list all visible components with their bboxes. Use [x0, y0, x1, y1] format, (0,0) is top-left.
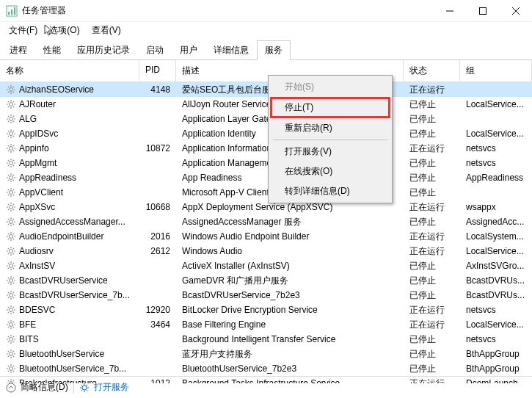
menu-view[interactable]: 查看(V) [87, 23, 125, 38]
services-table: 名称 PID 描述 状态 组 AizhanSEOService4148爱站SEO… [0, 60, 532, 383]
tab-processes[interactable]: 进程 [1, 40, 35, 60]
table-row[interactable]: Audiosrv2612Windows Audio正在运行LocalServic… [0, 244, 532, 258]
svg-line-25 [13, 101, 14, 102]
table-row[interactable]: ALGApplication Layer Gateway Se已停止 [0, 112, 532, 126]
cell-name: AppReadiness [0, 173, 139, 183]
col-pid[interactable]: PID [139, 60, 176, 82]
cell-group: netsvcs [460, 305, 532, 315]
tab-details[interactable]: 详细信息 [205, 40, 257, 60]
svg-point-161 [10, 338, 13, 341]
cell-name: AppXSvc [0, 202, 139, 212]
svg-point-35 [10, 132, 13, 136]
svg-line-133 [13, 278, 14, 278]
tab-services[interactable]: 服务 [257, 40, 291, 60]
cell-name: ALG [0, 114, 139, 124]
svg-line-22 [8, 101, 9, 102]
svg-line-43 [13, 131, 14, 131]
tab-performance[interactable]: 性能 [35, 40, 69, 60]
service-icon [6, 173, 16, 183]
table-row[interactable]: AppIDSvcApplication Identity已停止LocalServ… [0, 126, 532, 141]
cell-status: 已停止 [404, 363, 460, 375]
svg-line-70 [13, 175, 14, 176]
svg-line-94 [8, 219, 9, 220]
minimize-button[interactable] [433, 0, 466, 22]
table-row[interactable]: AxInstSVActiveX Installer (AxInstSV)已停止A… [0, 258, 532, 273]
table-row[interactable]: BluetoothUserService蓝牙用户支持服务已停止BthAppGro… [0, 347, 532, 361]
cell-group: LocalService... [460, 319, 532, 330]
svg-line-177 [8, 356, 9, 357]
cell-desc: BitLocker Drive Encryption Service [176, 305, 404, 315]
service-icon [6, 143, 16, 153]
table-row[interactable]: BFE3464Base Filtering Engine正在运行LocalSer… [0, 317, 532, 332]
maximize-button[interactable] [466, 0, 499, 22]
svg-line-186 [8, 371, 9, 372]
table-row[interactable]: Appinfo10872Application Information正在运行n… [0, 141, 532, 156]
table-row[interactable]: BDESVC12920BitLocker Drive Encryption Se… [0, 303, 532, 317]
svg-point-170 [10, 352, 13, 356]
col-group[interactable]: 组 [460, 60, 532, 82]
column-headers: 名称 PID 描述 状态 组 [0, 60, 532, 82]
col-status[interactable]: 状态 [404, 60, 460, 82]
gear-icon [79, 383, 90, 393]
svg-point-107 [10, 250, 13, 253]
svg-line-121 [8, 263, 9, 264]
ctx-open-services[interactable]: 打开服务(V) [270, 142, 390, 162]
svg-point-216 [82, 386, 87, 390]
svg-line-96 [8, 224, 9, 225]
expand-icon[interactable] [6, 383, 16, 393]
svg-point-89 [10, 220, 13, 224]
svg-line-149 [13, 312, 14, 313]
svg-line-40 [8, 131, 9, 131]
table-row[interactable]: AizhanSEOService4148爱站SEO工具包后台服务正在运行 [0, 82, 532, 97]
table-row[interactable]: AppXSvc10668AppX Deployment Service (App… [0, 200, 532, 214]
cell-desc: Base Filtering Engine [176, 319, 404, 330]
table-row[interactable]: AJRouterAllJoyn Router Service已停止LocalSe… [0, 97, 532, 112]
cell-group: LocalService... [460, 246, 532, 256]
tab-history[interactable]: 应用历史记录 [69, 40, 138, 60]
cell-pid: 3464 [139, 319, 176, 330]
cell-status: 正在运行 [404, 304, 460, 316]
ctx-search-online[interactable]: 在线搜索(O) [270, 162, 390, 181]
svg-point-98 [10, 235, 13, 239]
service-icon [6, 114, 16, 124]
table-row[interactable]: AppReadinessApp Readiness已停止AppReadiness [0, 170, 532, 185]
ctx-goto-details[interactable]: 转到详细信息(D) [270, 181, 390, 201]
cell-status: 已停止 [404, 333, 460, 346]
cell-status: 已停止 [404, 348, 460, 361]
cell-pid: 10668 [139, 202, 176, 212]
table-row[interactable]: BcastDVRUserService_7b...BcastDVRUserSer… [0, 288, 532, 303]
svg-line-139 [8, 292, 9, 293]
tab-startup[interactable]: 启动 [138, 40, 172, 60]
table-row[interactable]: AppMgmtApplication Management已停止netsvcs [0, 156, 532, 170]
svg-line-124 [13, 263, 14, 264]
svg-line-148 [8, 307, 9, 308]
table-row[interactable]: BcastDVRUserServiceGameDVR 和广播用户服务已停止Bca… [0, 273, 532, 288]
ctx-stop[interactable]: 停止(T) [270, 97, 390, 118]
svg-line-168 [8, 341, 9, 342]
table-row[interactable]: BITSBackground Intelligent Transfer Serv… [0, 332, 532, 347]
menu-options[interactable]: 选项(O) [45, 23, 84, 38]
table-row[interactable]: BluetoothUserService_7b...BluetoothUserS… [0, 361, 532, 376]
fewer-details-link[interactable]: 简略信息(D) [21, 381, 68, 394]
svg-line-142 [13, 292, 14, 293]
table-row[interactable]: AudioEndpointBuilder2016Windows Audio En… [0, 229, 532, 244]
cell-desc: 蓝牙用户支持服务 [176, 348, 404, 361]
svg-line-115 [13, 248, 14, 249]
table-row[interactable]: AssignedAccessManager...AssignedAccessMa… [0, 214, 532, 229]
col-name[interactable]: 名称 [0, 60, 139, 82]
svg-point-71 [10, 191, 13, 195]
close-button[interactable] [499, 0, 532, 22]
ctx-restart[interactable]: 重新启动(R) [270, 118, 390, 138]
open-services-link[interactable]: 打开服务 [94, 381, 129, 394]
cell-group: BthAppGroup [460, 349, 532, 359]
svg-line-16 [13, 87, 14, 87]
svg-line-32 [13, 121, 14, 122]
cell-group: BcastDVRUs... [460, 290, 532, 300]
tab-users[interactable]: 用户 [172, 40, 205, 60]
svg-line-221 [81, 384, 82, 385]
table-row[interactable]: AppVClientMicrosoft App-V Client已停止 [0, 185, 532, 200]
cell-name: BluetoothUserService_7b... [0, 363, 139, 374]
menu-file[interactable]: 文件(F) [4, 23, 42, 38]
svg-line-34 [13, 116, 14, 117]
cell-status: 正在运行 [404, 231, 460, 243]
